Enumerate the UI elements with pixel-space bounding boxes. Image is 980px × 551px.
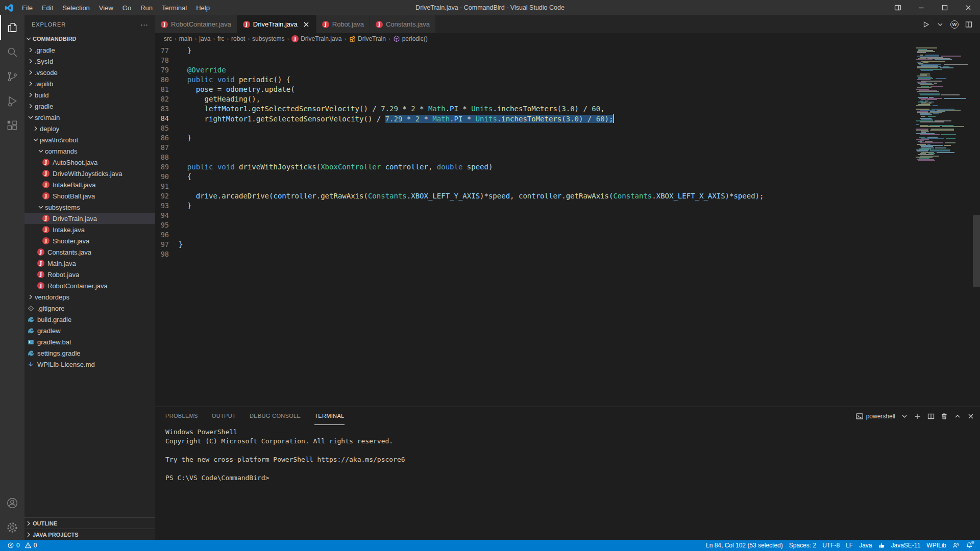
code-line-80[interactable]: 80 public void periodic() { bbox=[155, 75, 914, 85]
breadcrumb-item[interactable]: java bbox=[199, 35, 210, 42]
code-line-82[interactable]: 82 getHeading(), bbox=[155, 94, 914, 104]
status-encoding[interactable]: UTF-8 bbox=[819, 542, 843, 549]
tree-item-settings-gradle[interactable]: settings.gradle bbox=[24, 347, 155, 359]
menu-help[interactable]: Help bbox=[191, 0, 214, 15]
terminal[interactable]: Windows PowerShellCopyright (C) Microsof… bbox=[155, 425, 980, 540]
tree-item-constants-java[interactable]: JConstants.java bbox=[24, 246, 155, 258]
tree-item-drivetrain-java[interactable]: JDriveTrain.java bbox=[24, 213, 155, 224]
code-line-85[interactable]: 85 bbox=[155, 123, 914, 133]
code-line-89[interactable]: 89 public void driveWithJoysticks(XboxCo… bbox=[155, 162, 914, 172]
status-indentation[interactable]: Spaces: 2 bbox=[786, 542, 819, 549]
code-line-93[interactable]: 93 } bbox=[155, 201, 914, 211]
tree-item-vendordeps[interactable]: vendordeps bbox=[24, 291, 155, 303]
code-line-81[interactable]: 81 pose = odometry.update( bbox=[155, 85, 914, 94]
code-line-77[interactable]: 77 } bbox=[155, 46, 914, 56]
code-line-96[interactable]: 96 bbox=[155, 230, 914, 240]
panel-tab-terminal[interactable]: TERMINAL bbox=[314, 407, 344, 425]
breadcrumb-item[interactable]: robot bbox=[231, 35, 245, 42]
status-java-language-status[interactable] bbox=[875, 542, 888, 549]
tree-item-intake-java[interactable]: JIntake.java bbox=[24, 224, 155, 235]
tree-item--vscode[interactable]: .vscode bbox=[24, 67, 155, 78]
close-icon[interactable] bbox=[302, 20, 310, 29]
minimize-button[interactable] bbox=[910, 0, 933, 15]
menu-view[interactable]: View bbox=[94, 0, 118, 15]
activity-settings[interactable] bbox=[0, 515, 24, 540]
editor-scrollbar-thumb[interactable] bbox=[973, 215, 980, 287]
code-line-83[interactable]: 83 leftMotor1.getSelectedSensorVelocity(… bbox=[155, 104, 914, 114]
code-line-78[interactable]: 78 bbox=[155, 56, 914, 65]
tree-item-gradlew-bat[interactable]: gradlew.bat bbox=[24, 336, 155, 347]
tree-item--wpilib[interactable]: .wpilib bbox=[24, 78, 155, 89]
code-line-95[interactable]: 95 bbox=[155, 220, 914, 230]
status-wpilib-status[interactable]: WPILib bbox=[923, 542, 949, 549]
tree-item--sysid[interactable]: .SysId bbox=[24, 56, 155, 67]
tree-item-src-main[interactable]: src\main bbox=[24, 112, 155, 123]
activity-explorer[interactable] bbox=[0, 15, 24, 40]
split-editor-button[interactable] bbox=[965, 20, 973, 29]
workspace-section-header[interactable]: COMMANDBIRD bbox=[24, 33, 155, 44]
breadcrumb-item[interactable]: periodic() bbox=[393, 35, 428, 42]
status-feedback[interactable] bbox=[949, 542, 963, 549]
status-language-mode[interactable]: Java bbox=[856, 542, 875, 549]
problems-status[interactable]: 0 0 bbox=[4, 542, 40, 549]
status-end-of-line[interactable]: LF bbox=[843, 542, 856, 549]
breadcrumb-item[interactable]: src bbox=[164, 35, 172, 42]
activity-account[interactable] bbox=[0, 491, 24, 515]
kill-terminal-button[interactable] bbox=[940, 412, 948, 420]
breadcrumb-item[interactable]: frc bbox=[217, 35, 224, 42]
customize-layout-button[interactable] bbox=[886, 0, 910, 15]
code-line-79[interactable]: 79 @Override bbox=[155, 65, 914, 75]
split-terminal-button[interactable] bbox=[927, 412, 935, 420]
sidebar-section-java-projects[interactable]: JAVA PROJECTS bbox=[24, 529, 155, 540]
maximize-button[interactable] bbox=[933, 0, 957, 15]
panel-tab-output[interactable]: OUTPUT bbox=[212, 407, 236, 425]
tree-item-deploy[interactable]: deploy bbox=[24, 123, 155, 134]
code-editor[interactable]: 77 }7879 @Override80 public void periodi… bbox=[155, 44, 980, 407]
run-java-button[interactable] bbox=[922, 20, 930, 29]
code-line-94[interactable]: 94 bbox=[155, 211, 914, 220]
run-dropdown[interactable] bbox=[936, 20, 944, 29]
tree-item--gradle[interactable]: .gradle bbox=[24, 44, 155, 56]
menu-go[interactable]: Go bbox=[118, 0, 136, 15]
shell-picker-dropdown[interactable] bbox=[900, 412, 909, 420]
status-java-runtime[interactable]: JavaSE-11 bbox=[888, 542, 924, 549]
tree-item--gitignore[interactable]: .gitignore bbox=[24, 303, 155, 314]
menu-file[interactable]: File bbox=[17, 0, 37, 15]
breadcrumb-item[interactable]: DriveTrain bbox=[349, 35, 386, 42]
breadcrumb-item[interactable]: main bbox=[179, 35, 192, 42]
status-cursor-position[interactable]: Ln 84, Col 102 (53 selected) bbox=[703, 542, 786, 549]
tree-item-subsystems[interactable]: subsystems bbox=[24, 202, 155, 213]
minimap[interactable] bbox=[916, 46, 973, 161]
tree-item-drivewithjoysticks-java[interactable]: JDriveWithJoysticks.java bbox=[24, 168, 155, 179]
menu-terminal[interactable]: Terminal bbox=[157, 0, 191, 15]
code-line-88[interactable]: 88 bbox=[155, 153, 914, 162]
tab-robot-java[interactable]: JRobot.java bbox=[316, 15, 370, 33]
code-line-97[interactable]: 97} bbox=[155, 240, 914, 249]
tree-item-build-gradle[interactable]: build.gradle bbox=[24, 314, 155, 325]
tree-item-autoshoot-java[interactable]: JAutoShoot.java bbox=[24, 157, 155, 168]
tree-item-java-frc-robot[interactable]: java\frc\robot bbox=[24, 134, 155, 145]
panel-tab-problems[interactable]: PROBLEMS bbox=[165, 407, 198, 425]
tree-item-gradle[interactable]: gradle bbox=[24, 101, 155, 112]
tab-drivetrain-java[interactable]: JDriveTrain.java bbox=[237, 15, 316, 33]
tree-item-commands[interactable]: commands bbox=[24, 145, 155, 157]
menu-run[interactable]: Run bbox=[136, 0, 157, 15]
tree-item-gradlew[interactable]: gradlew bbox=[24, 325, 155, 336]
close-window-button[interactable] bbox=[957, 0, 980, 15]
tree-item-shooter-java[interactable]: JShooter.java bbox=[24, 235, 155, 246]
panel-tab-debug-console[interactable]: DEBUG CONSOLE bbox=[250, 407, 301, 425]
activity-search[interactable] bbox=[0, 40, 24, 64]
code-line-84[interactable]: 84 rightMotor1.getSelectedSensorVelocity… bbox=[155, 114, 914, 123]
breadcrumb-item[interactable]: subsystems bbox=[252, 35, 284, 42]
activity-extensions[interactable] bbox=[0, 113, 24, 138]
activity-source-control[interactable] bbox=[0, 64, 24, 89]
sidebar-section-outline[interactable]: OUTLINE bbox=[24, 517, 155, 529]
tree-item-robotcontainer-java[interactable]: JRobotContainer.java bbox=[24, 280, 155, 291]
code-line-86[interactable]: 86 } bbox=[155, 133, 914, 143]
more-actions-icon[interactable]: ··· bbox=[140, 20, 148, 29]
menu-selection[interactable]: Selection bbox=[58, 0, 94, 15]
code-line-91[interactable]: 91 bbox=[155, 182, 914, 191]
status-notifications[interactable] bbox=[963, 542, 976, 549]
tab-robotcontainer-java[interactable]: JRobotContainer.java bbox=[155, 15, 237, 33]
tree-item-main-java[interactable]: JMain.java bbox=[24, 258, 155, 269]
